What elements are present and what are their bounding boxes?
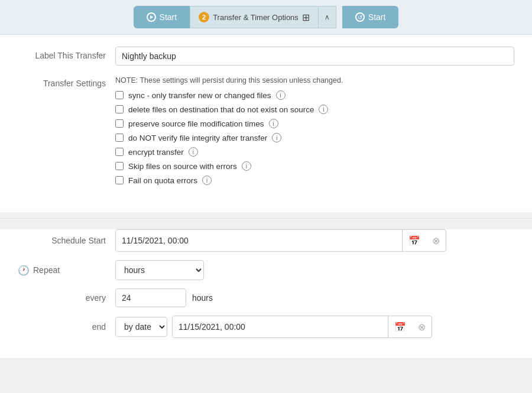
section-divider [0, 218, 532, 219]
no-verify-checkbox[interactable] [115, 134, 124, 142]
end-date-input[interactable] [173, 317, 388, 336]
settings-note: NOTE: These settings will persist during… [115, 76, 514, 85]
checkbox-row-6: Skip files on source with errors i [115, 161, 514, 171]
start-right-button[interactable]: ↺ Start [342, 6, 399, 28]
no-verify-info-icon[interactable]: i [272, 133, 281, 142]
every-unit: hours [192, 293, 213, 303]
no-verify-label: do NOT verify file integrity after trans… [128, 134, 267, 142]
chevron-up-icon: ∧ [325, 13, 330, 21]
checkbox-row-4: do NOT verify file integrity after trans… [115, 133, 514, 142]
top-bar: Start 2 Transfer & Timer Options ⊞ ∧ ↺ S… [0, 0, 532, 35]
every-label: every [18, 293, 115, 303]
every-input[interactable] [115, 288, 186, 307]
schedule-start-input[interactable] [116, 231, 402, 250]
delete-files-checkbox[interactable] [115, 105, 124, 113]
schedule-start-clear-button[interactable]: ⊗ [426, 230, 446, 251]
repeat-select[interactable]: minutes hours days weeks [115, 260, 204, 280]
repeat-label-wrap: 🕐 Repeat [18, 265, 106, 276]
fail-quota-info-icon[interactable]: i [202, 176, 212, 185]
transfer-settings-row: Transfer Settings NOTE: These settings w… [18, 76, 514, 190]
main-content: Label This Transfer Transfer Settings NO… [0, 35, 532, 212]
close-circle-icon: ⊗ [432, 235, 440, 246]
checkbox-row-1: sync - only transfer new or changed file… [115, 90, 514, 100]
settings-container: NOTE: These settings will persist during… [115, 76, 514, 190]
preserve-times-info-icon[interactable]: i [269, 119, 278, 128]
encrypt-label: encrypt transfer [128, 148, 184, 157]
checkbox-row-5: encrypt transfer i [115, 147, 514, 157]
checkbox-row-7: Fail on quota errors i [115, 176, 514, 185]
label-this-transfer-input[interactable] [115, 47, 514, 66]
badge-count: 2 [199, 12, 209, 22]
checkbox-row-3: preserve source file modification times … [115, 119, 514, 128]
schedule-start-label: Schedule Start [18, 236, 115, 245]
preserve-times-checkbox[interactable] [115, 119, 124, 128]
delete-files-info-icon[interactable]: i [319, 105, 328, 114]
label-this-transfer-label: Label This Transfer [18, 47, 115, 60]
end-date-calendar-button[interactable]: 📅 [388, 316, 412, 337]
transfer-settings-label: Transfer Settings [18, 76, 115, 88]
sync-label: sync - only transfer new or changed file… [128, 91, 271, 100]
start-left-label: Start [160, 12, 177, 22]
sync-info-icon[interactable]: i [276, 90, 286, 100]
repeat-row: 🕐 Repeat minutes hours days weeks [18, 260, 514, 280]
end-close-circle-icon: ⊗ [418, 321, 426, 333]
schedule-section: Schedule Start 📅 ⊗ 🕐 Repeat minutes hour… [0, 229, 532, 358]
fail-quota-label: Fail on quota errors [128, 176, 197, 185]
encrypt-checkbox[interactable] [115, 148, 124, 156]
every-row: every hours [18, 288, 514, 307]
end-date-input-wrap: 📅 ⊗ [172, 316, 432, 338]
end-date-clear-button[interactable]: ⊗ [412, 316, 432, 337]
repeat-label-cell: 🕐 Repeat [18, 265, 115, 276]
fail-quota-checkbox[interactable] [115, 176, 124, 184]
schedule-start-row: Schedule Start 📅 ⊗ [18, 229, 514, 252]
calendar-icon: 📅 [408, 235, 420, 246]
schedule-start-calendar-button[interactable]: 📅 [402, 230, 426, 251]
sync-checkbox[interactable] [115, 91, 124, 99]
end-calendar-icon: 📅 [394, 321, 406, 333]
encrypt-info-icon[interactable]: i [189, 147, 198, 157]
skip-errors-label: Skip files on source with errors [128, 162, 237, 171]
schedule-start-input-wrap: 📅 ⊗ [115, 229, 446, 252]
transfer-options-panel[interactable]: 2 Transfer & Timer Options ⊞ [190, 6, 319, 28]
replay-icon: ↺ [355, 12, 365, 22]
chevron-button[interactable]: ∧ [319, 6, 336, 28]
checkbox-row-2: delete files on destination that do not … [115, 105, 514, 114]
repeat-label: Repeat [33, 265, 60, 275]
start-left-button[interactable]: Start [134, 6, 190, 28]
label-row: Label This Transfer [18, 47, 514, 66]
skip-errors-info-icon[interactable]: i [242, 161, 251, 171]
play-icon [147, 12, 156, 22]
transfer-options-label: Transfer & Timer Options [213, 13, 299, 22]
preserve-times-label: preserve source file modification times [128, 119, 264, 128]
end-select[interactable]: never by date after [115, 317, 167, 337]
clock-icon: 🕐 [18, 265, 30, 276]
start-right-label: Start [368, 12, 386, 22]
end-label: end [18, 322, 115, 332]
skip-errors-checkbox[interactable] [115, 162, 124, 170]
grid-icon: ⊞ [302, 12, 310, 23]
delete-files-label: delete files on destination that do not … [128, 105, 314, 114]
end-row: end never by date after 📅 ⊗ [18, 316, 514, 338]
